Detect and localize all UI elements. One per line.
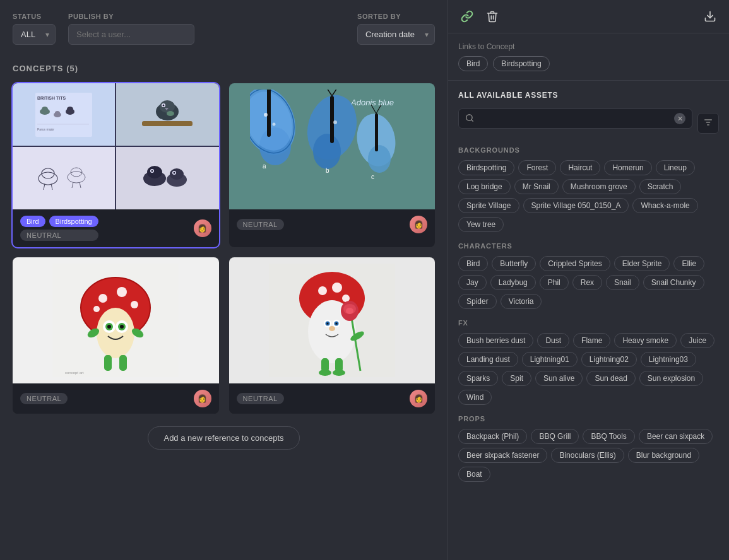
fx-tag-wind[interactable]: Wind [458,390,492,405]
bg-tag-homerun[interactable]: Homerun [604,160,651,175]
svg-point-31 [170,168,184,180]
prop-tag-bbqtools[interactable]: BBQ Tools [583,429,634,444]
svg-point-42 [264,113,268,117]
concept-card-image-mushroom: concept art [13,257,219,383]
props-tags: Backpack (Phil) BBQ Grill BBQ Tools Beer… [458,429,719,482]
char-tag-snailchunky[interactable]: Snail Chunky [643,275,704,290]
svg-point-13 [160,100,175,113]
link-icon-button[interactable] [458,8,476,25]
concept-card-butterfly[interactable]: Adonis blue [229,83,436,247]
bg-tag-spritevillage050[interactable]: Sprite Village 050_0150_A [523,198,629,213]
fx-tag-bushberriesdust[interactable]: Bush berries dust [458,333,533,348]
add-reference-button[interactable]: Add a new reference to concepts [148,426,299,450]
fx-tag-sunalive[interactable]: Sun alive [535,371,583,386]
bg-tag-birdspotting[interactable]: Birdspotting [458,160,514,175]
concept-card-footer-mushroom: NEUTRAL 👩 [13,383,219,414]
sorted-by-select[interactable]: Creation date [357,24,435,45]
fx-tag-lightning02[interactable]: Lightning02 [581,352,637,367]
char-tag-phil[interactable]: Phil [540,275,569,290]
bg-tag-scratch[interactable]: Scratch [639,179,682,194]
fx-tag-dust[interactable]: Dust [537,333,569,348]
concepts-header: CONCEPTS (5) [13,64,435,73]
gnome-avatar: 👩 [410,390,427,407]
link-tags: Bird Birdspotting [458,56,719,71]
fx-tag-flame[interactable]: Flame [573,333,610,348]
link-tag-bird: Bird [458,56,488,71]
char-tag-snail[interactable]: Snail [606,275,639,290]
search-input[interactable] [479,114,669,124]
svg-line-49 [332,90,340,96]
assets-panel: ALL AVAILABLE ASSETS ✕ [448,81,729,560]
mushroom-avatar: 👩 [194,390,211,407]
concept-card-image-gnome [229,257,436,383]
svg-point-15 [163,104,165,106]
svg-point-27 [147,166,162,178]
fx-tag-sparks[interactable]: Sparks [458,371,498,386]
svg-point-88 [335,323,337,325]
prop-tag-backpackphil[interactable]: Backpack (Phil) [458,429,527,444]
sorted-by-select-wrapper[interactable]: Creation date [357,24,435,45]
char-tag-eldersprite[interactable]: Elder Sprite [614,256,670,271]
filter-button[interactable] [697,113,719,134]
bg-tag-yewtree[interactable]: Yew tree [458,217,504,232]
status-select-wrapper[interactable]: ALL [13,24,56,45]
bg-tag-spritevillage[interactable]: Sprite Village [458,198,519,213]
bg-tag-mushroomgrove[interactable]: Mushroom grove [562,179,636,194]
gnome-status-badge: NEUTRAL [237,393,284,404]
svg-text:Parus major: Parus major [37,127,54,131]
prop-tag-boat[interactable]: Boat [458,467,490,482]
fx-tag-sunexplosion[interactable]: Sun explosion [639,371,703,386]
char-tag-butterfly[interactable]: Butterfly [492,256,536,271]
fx-tag-spit[interactable]: Spit [502,371,531,386]
concept-card-bird[interactable]: BRITISH TITS Parus major [13,83,219,247]
char-tag-jay[interactable]: Jay [458,275,487,290]
svg-point-43 [272,123,275,126]
bg-tag-haircut[interactable]: Haircut [560,160,600,175]
links-label: Links to Concept [458,42,719,51]
prop-tag-blurbackground[interactable]: Blur background [628,448,699,463]
fx-tag-landingdust[interactable]: Landing dust [458,352,518,367]
char-tag-rex[interactable]: Rex [572,275,602,290]
char-tag-ellie[interactable]: Ellie [673,256,704,271]
char-tag-crippledsprites[interactable]: Crippled Sprites [540,256,610,271]
fx-tag-lightning01[interactable]: Lightning01 [522,352,578,367]
fx-tag-sundead[interactable]: Sun dead [586,371,635,386]
publish-by-filter-group: PUBLISH BY [68,13,194,45]
fx-tag-juice[interactable]: Juice [680,333,714,348]
bg-tag-logbridge[interactable]: Log bridge [458,179,511,194]
svg-text:c: c [371,173,374,180]
char-tag-victoria[interactable]: Victoria [501,294,542,309]
concept-card-footer-butterfly: NEUTRAL 👩 [229,209,436,240]
status-select[interactable]: ALL [13,24,56,45]
char-tag-bird[interactable]: Bird [458,256,488,271]
right-panel: Links to Concept Bird Birdspotting ALL A… [448,0,729,560]
fx-tag-heavysmoke[interactable]: Heavy smoke [614,333,677,348]
publish-by-input[interactable] [68,24,194,45]
characters-title: CHARACTERS [458,242,719,250]
search-clear-button[interactable]: ✕ [674,113,685,124]
svg-point-46 [313,134,341,169]
fx-tag-lightning03[interactable]: Lightning03 [641,352,696,367]
bg-tag-mrsnail[interactable]: Mr Snail [514,179,559,194]
prop-tag-bbqgrill[interactable]: BBQ Grill [531,429,579,444]
clear-icon: ✕ [677,115,683,123]
concept-card-gnome[interactable]: NEUTRAL 👩 [229,257,436,414]
bg-tag-whackamole[interactable]: Whack-a-mole [632,198,697,213]
concept-card-mushroom[interactable]: concept art NEUTRAL 👩 [13,257,219,414]
svg-point-62 [117,287,127,297]
bg-tag-forest[interactable]: Forest [518,160,556,175]
assets-title: ALL AVAILABLE ASSETS [458,91,558,100]
prop-tag-beersixpackfastener[interactable]: Beer sixpack fastener [458,448,547,463]
svg-point-71 [120,325,124,329]
char-tag-spider[interactable]: Spider [458,294,497,309]
publish-by-label: PUBLISH BY [68,13,194,20]
svg-point-50 [333,120,337,124]
bg-tag-lineup[interactable]: Lineup [656,160,695,175]
prop-tag-binocularsellis[interactable]: Binoculars (Ellis) [551,448,624,463]
svg-point-53 [368,145,391,173]
prop-tag-beercansixpack[interactable]: Beer can sixpack [639,429,713,444]
svg-point-63 [131,301,138,308]
download-icon-button[interactable] [701,8,719,25]
char-tag-ladybug[interactable]: Ladybug [490,275,536,290]
trash-icon-button[interactable] [483,8,501,25]
